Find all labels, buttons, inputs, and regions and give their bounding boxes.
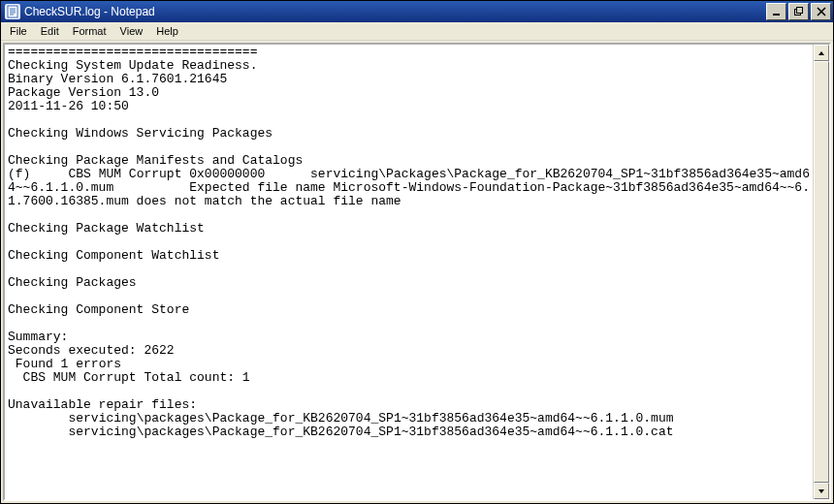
svg-marker-10 — [818, 51, 824, 55]
maximize-button[interactable] — [788, 3, 809, 20]
text-editor[interactable]: ================================= Checki… — [5, 45, 813, 499]
notepad-window: CheckSUR.log - Notepad File Edit Format … — [0, 0, 834, 504]
minimize-button[interactable] — [766, 3, 786, 20]
close-button[interactable] — [811, 3, 831, 20]
window-controls — [766, 3, 831, 20]
svg-rect-7 — [796, 8, 802, 14]
menu-file[interactable]: File — [3, 23, 34, 39]
titlebar[interactable]: CheckSUR.log - Notepad — [1, 1, 833, 22]
svg-marker-11 — [818, 489, 824, 493]
scroll-down-button[interactable] — [814, 483, 829, 499]
menu-edit[interactable]: Edit — [34, 23, 66, 39]
scroll-up-button[interactable] — [814, 45, 829, 61]
editor-frame: ================================= Checki… — [3, 43, 831, 501]
scroll-track[interactable] — [814, 61, 829, 483]
menu-help[interactable]: Help — [149, 23, 185, 39]
window-title: CheckSUR.log - Notepad — [24, 5, 766, 18]
menu-view[interactable]: View — [113, 23, 150, 39]
menubar: File Edit Format View Help — [1, 22, 833, 41]
menu-format[interactable]: Format — [66, 23, 113, 39]
notepad-app-icon — [5, 4, 20, 19]
svg-rect-5 — [773, 14, 780, 16]
client-area: ================================= Checki… — [1, 41, 833, 503]
svg-rect-0 — [8, 6, 17, 17]
scroll-thumb[interactable] — [814, 61, 829, 483]
vertical-scrollbar[interactable] — [813, 45, 829, 499]
